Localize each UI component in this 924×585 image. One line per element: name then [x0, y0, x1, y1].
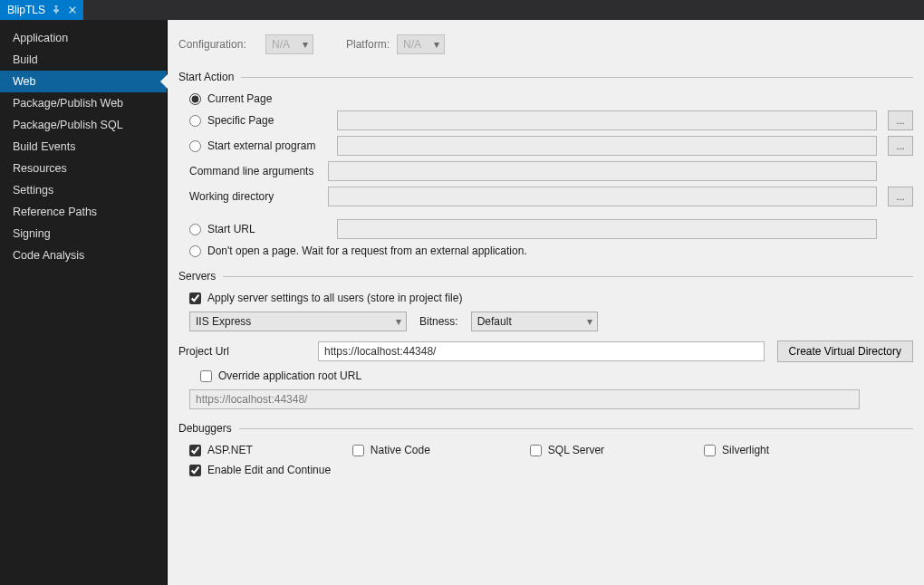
radio-current-page[interactable]: Current Page [178, 92, 272, 105]
platform-label: Platform: [346, 38, 390, 51]
debugger-native-input[interactable] [352, 445, 364, 456]
pin-icon[interactable] [51, 5, 62, 15]
sidebar-item-signing[interactable]: Signing [0, 223, 167, 245]
radio-label: Don't open a page. Wait for a request fr… [207, 245, 527, 257]
sidebar-item-label: Resources [13, 162, 67, 175]
debugger-sql-input[interactable] [530, 445, 542, 456]
radio-label: Current Page [207, 92, 272, 105]
radio-dont-open[interactable]: Don't open a page. Wait for a request fr… [178, 245, 527, 257]
project-url-label: Project Url [178, 345, 305, 358]
sidebar-item-label: Code Analysis [13, 249, 84, 262]
radio-current-page-input[interactable] [189, 93, 201, 105]
sidebar-item-build[interactable]: Build [0, 49, 167, 71]
web-properties-panel: Configuration: N/A ▾ Platform: N/A ▾ Sta… [168, 20, 924, 585]
browse-working-dir-button[interactable]: ... [888, 187, 913, 206]
sidebar-item-label: Build Events [13, 140, 75, 153]
radio-specific-page-input[interactable] [189, 115, 201, 127]
radio-specific-page[interactable]: Specific Page [178, 114, 328, 127]
sidebar-item-label: Build [13, 53, 38, 66]
cmd-args-label: Command line arguments [178, 165, 319, 177]
checkbox-label: Native Code [371, 444, 430, 456]
apply-server-settings-input[interactable] [189, 292, 201, 304]
radio-label: Specific Page [207, 114, 274, 127]
working-dir-input[interactable] [328, 187, 877, 206]
create-virtual-directory-button[interactable]: Create Virtual Directory [777, 340, 914, 362]
server-type-dropdown[interactable]: IIS Express [189, 312, 407, 331]
sidebar-item-code-analysis[interactable]: Code Analysis [0, 245, 167, 266]
debugger-native-checkbox[interactable]: Native Code [352, 444, 430, 456]
enable-edit-continue-checkbox[interactable]: Enable Edit and Continue [178, 464, 913, 476]
sidebar-item-label: Package/Publish Web [13, 97, 123, 110]
platform-dropdown: N/A [397, 34, 445, 54]
radio-start-url-input[interactable] [189, 224, 201, 235]
bitness-label: Bitness: [419, 315, 458, 328]
sidebar-item-label: Settings [13, 184, 53, 197]
browse-specific-page-button[interactable]: ... [888, 110, 913, 130]
debugger-aspnet-input[interactable] [189, 445, 201, 456]
sidebar-item-label: Package/Publish SQL [13, 119, 123, 131]
section-title-start-action: Start Action [178, 71, 234, 83]
debugger-aspnet-checkbox[interactable]: ASP.NET [189, 444, 253, 456]
checkbox-label: SQL Server [548, 444, 604, 456]
radio-dont-open-input[interactable] [189, 245, 201, 257]
checkbox-label: Enable Edit and Continue [207, 464, 331, 476]
cmd-args-input[interactable] [328, 161, 877, 181]
checkbox-label: Override application root URL [218, 369, 361, 382]
start-url-input[interactable] [337, 219, 877, 239]
sidebar-item-label: Web [13, 75, 35, 88]
radio-start-external-input[interactable] [189, 140, 201, 152]
configuration-dropdown: N/A [265, 34, 313, 54]
sidebar-item-label: Reference Paths [13, 206, 97, 218]
sidebar-item-build-events[interactable]: Build Events [0, 136, 167, 158]
sidebar-item-reference-paths[interactable]: Reference Paths [0, 201, 167, 223]
section-title-debuggers: Debuggers [178, 422, 232, 435]
bitness-dropdown[interactable]: Default [471, 312, 598, 331]
override-root-url-checkbox[interactable]: Override application root URL [189, 369, 913, 382]
sidebar-item-resources[interactable]: Resources [0, 158, 167, 179]
project-properties-tab[interactable]: BlipTLS [0, 0, 83, 20]
close-icon[interactable] [67, 5, 78, 15]
radio-label: Start external program [207, 139, 315, 152]
browse-external-program-button[interactable]: ... [888, 136, 913, 156]
debugger-silverlight-input[interactable] [704, 445, 716, 456]
debugger-silverlight-checkbox[interactable]: Silverlight [704, 444, 769, 456]
override-root-url-field [189, 389, 860, 409]
external-program-input[interactable] [337, 136, 877, 156]
radio-label: Start URL [207, 223, 255, 235]
sidebar-item-package-publish-web[interactable]: Package/Publish Web [0, 92, 167, 114]
sidebar-item-application[interactable]: Application [0, 27, 167, 49]
sidebar-item-label: Application [13, 32, 68, 44]
properties-sidebar: Application Build Web Package/Publish We… [0, 20, 168, 585]
sidebar-item-package-publish-sql[interactable]: Package/Publish SQL [0, 114, 167, 136]
apply-server-settings-checkbox[interactable]: Apply server settings to all users (stor… [178, 292, 913, 304]
specific-page-input[interactable] [337, 110, 877, 130]
checkbox-label: ASP.NET [207, 444, 253, 456]
checkbox-label: Apply server settings to all users (stor… [207, 292, 462, 304]
configuration-label: Configuration: [178, 38, 258, 51]
working-dir-label: Working directory [178, 190, 319, 203]
sidebar-item-web[interactable]: Web [0, 71, 167, 92]
section-title-servers: Servers [178, 270, 216, 283]
project-url-input[interactable] [318, 341, 765, 361]
sidebar-item-label: Signing [13, 227, 51, 240]
tab-title: BlipTLS [7, 4, 45, 16]
debugger-sql-checkbox[interactable]: SQL Server [530, 444, 604, 456]
enable-edit-continue-input[interactable] [189, 465, 201, 476]
radio-start-external[interactable]: Start external program [178, 139, 328, 152]
radio-start-url[interactable]: Start URL [178, 223, 328, 235]
checkbox-label: Silverlight [722, 444, 769, 456]
sidebar-item-settings[interactable]: Settings [0, 179, 167, 201]
override-root-url-input[interactable] [200, 370, 212, 382]
